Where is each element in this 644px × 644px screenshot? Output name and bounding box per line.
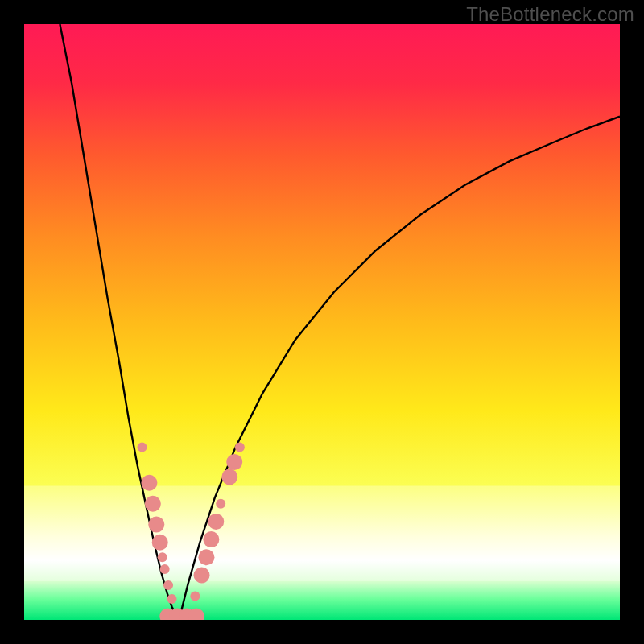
plot-area — [24, 24, 620, 620]
data-marker — [208, 514, 224, 530]
data-marker — [148, 517, 164, 533]
data-markers — [138, 442, 245, 620]
data-marker — [138, 442, 147, 452]
data-marker — [145, 496, 161, 512]
data-marker — [158, 552, 167, 562]
curve-layer — [24, 24, 620, 620]
data-marker — [141, 475, 157, 491]
data-marker — [167, 594, 177, 604]
data-marker — [160, 564, 170, 574]
data-marker — [235, 442, 245, 452]
data-marker — [216, 499, 225, 509]
data-marker — [152, 535, 168, 551]
watermark-text: TheBottleneck.com — [466, 3, 634, 26]
data-marker — [226, 454, 242, 470]
data-marker — [221, 469, 237, 485]
data-marker — [203, 531, 219, 547]
right-curve — [179, 117, 620, 620]
data-marker — [163, 580, 173, 590]
data-marker — [190, 591, 200, 601]
data-marker — [194, 568, 210, 584]
data-marker — [198, 549, 214, 565]
chart-frame: TheBottleneck.com — [0, 0, 644, 644]
